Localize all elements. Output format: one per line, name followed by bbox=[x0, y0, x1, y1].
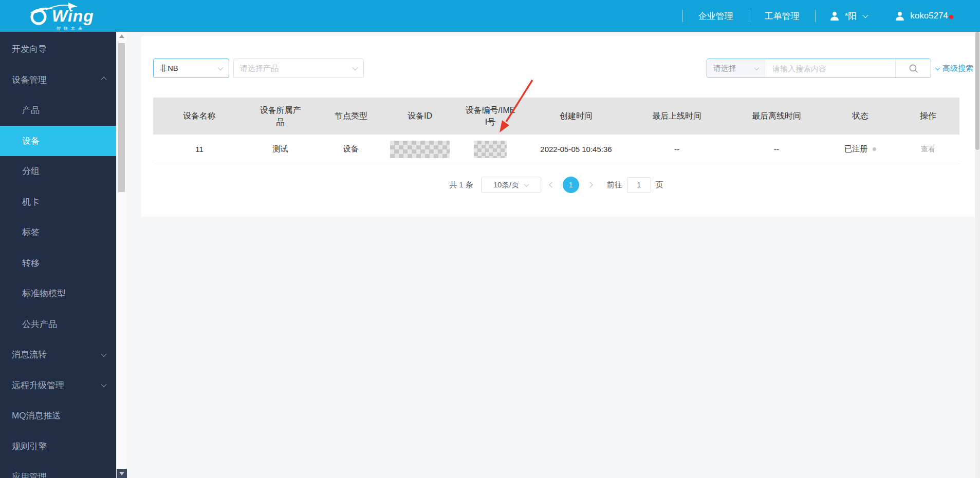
cell-text: -- bbox=[774, 145, 779, 154]
view-link[interactable]: 查看 bbox=[921, 145, 935, 154]
user-icon bbox=[894, 10, 905, 22]
column-header-label: 设备ID bbox=[408, 110, 432, 122]
search-input[interactable] bbox=[765, 59, 895, 78]
search-button[interactable] bbox=[895, 59, 931, 78]
sidebar-item-label: 开发向导 bbox=[12, 43, 47, 55]
advanced-search-toggle[interactable]: 高级搜索 bbox=[936, 64, 973, 73]
sidebar-item-public-product[interactable]: 公共产品 bbox=[0, 309, 116, 340]
goto-page-input[interactable] bbox=[627, 177, 651, 193]
sidebar-item-device-mgmt[interactable]: 设备管理 bbox=[0, 65, 116, 95]
chevron-down-icon bbox=[754, 65, 760, 70]
sidebar-item-tag[interactable]: 标签 bbox=[0, 217, 116, 248]
column-header: 设备名称 bbox=[153, 110, 246, 122]
sidebar-item-app-mgmt[interactable]: 应用管理 bbox=[0, 462, 116, 478]
search-icon bbox=[909, 64, 918, 73]
sidebar-menu: 开发向导设备管理产品设备分组机卡标签转移标准物模型公共产品消息流转远程升级管理M… bbox=[0, 32, 116, 478]
cell-text: 11 bbox=[195, 145, 204, 154]
column-header: 最后上线时间 bbox=[624, 110, 729, 122]
column-header-label: 状态 bbox=[852, 110, 868, 122]
sidebar-item-sim-card[interactable]: 机卡 bbox=[0, 187, 116, 218]
cell-device-name: 11 bbox=[153, 145, 246, 154]
column-header-label: 最后上线时间 bbox=[652, 110, 701, 122]
sidebar-item-label: 远程升级管理 bbox=[12, 379, 64, 391]
nav-enterprise-mgmt[interactable]: 企业管理 bbox=[683, 10, 749, 22]
pagination: 共 1 条 10条/页 1 前往 页 bbox=[153, 177, 959, 193]
sidebar-item-product[interactable]: 产品 bbox=[0, 95, 116, 126]
status-dot-icon bbox=[873, 147, 876, 151]
sidebar-item-label: 设备 bbox=[22, 135, 40, 147]
sidebar-item-label: 公共产品 bbox=[22, 318, 57, 330]
chevron-up-icon bbox=[101, 77, 106, 83]
page-scrollbar[interactable] bbox=[975, 32, 980, 478]
prev-page-button[interactable] bbox=[549, 183, 555, 187]
chevron-left-icon bbox=[549, 182, 554, 187]
sidebar-item-message-flow[interactable]: 消息流转 bbox=[0, 339, 116, 370]
sidebar-item-device[interactable]: 设备 bbox=[0, 126, 116, 157]
current-page-button[interactable]: 1 bbox=[563, 177, 579, 193]
sidebar-item-label: MQ消息推送 bbox=[12, 410, 61, 422]
column-header: 最后离线时间 bbox=[729, 110, 824, 122]
app-logo[interactable]: Wing 智联未来 bbox=[28, 2, 116, 31]
sidebar-item-group[interactable]: 分组 bbox=[0, 156, 116, 187]
sidebar-item-rule-engine[interactable]: 规则引擎 bbox=[0, 431, 116, 462]
product-select[interactable]: 请选择产品 bbox=[233, 59, 364, 78]
sidebar-item-label: 机卡 bbox=[22, 196, 40, 208]
logo-text: Wing bbox=[52, 7, 94, 26]
user-icon bbox=[829, 10, 840, 22]
chevron-down-icon bbox=[863, 12, 868, 18]
nav-workorder-mgmt[interactable]: 工单管理 bbox=[749, 10, 815, 22]
cell-imei bbox=[453, 141, 528, 158]
column-header: 创建时间 bbox=[528, 110, 624, 122]
sidebar-item-standard-model[interactable]: 标准物模型 bbox=[0, 278, 116, 309]
product-select-placeholder: 请选择产品 bbox=[240, 64, 279, 73]
column-header-label: 节点类型 bbox=[335, 110, 367, 122]
scroll-down-arrow-icon[interactable] bbox=[117, 469, 127, 478]
device-type-select[interactable]: 非NB bbox=[153, 59, 229, 78]
column-header-label: 设备编号/IMEI号 bbox=[465, 104, 515, 128]
column-header-label: 设备名称 bbox=[183, 110, 216, 122]
sidebar-scrollbar-thumb[interactable] bbox=[118, 43, 125, 192]
sidebar-scrollbar[interactable] bbox=[116, 32, 126, 478]
cell-text: 2022-05-05 10:45:36 bbox=[540, 145, 612, 154]
sidebar: 开发向导设备管理产品设备分组机卡标签转移标准物模型公共产品消息流转远程升级管理M… bbox=[0, 32, 116, 478]
goto-page-group: 前往 页 bbox=[607, 177, 663, 193]
table-header-row: 设备名称设备所属产品节点类型设备ID设备编号/IMEI号创建时间最后上线时间最后… bbox=[153, 98, 959, 135]
cell-device-id bbox=[387, 141, 453, 158]
sidebar-item-ota-mgmt[interactable]: 远程升级管理 bbox=[0, 370, 116, 401]
user-menu[interactable]: *阳 bbox=[816, 10, 881, 22]
column-header: 设备ID bbox=[387, 110, 453, 122]
sidebar-item-label: 标签 bbox=[22, 226, 40, 238]
sidebar-item-mq-push[interactable]: MQ消息推送 bbox=[0, 400, 116, 431]
next-page-button[interactable] bbox=[587, 183, 593, 187]
search-group: 请选择 bbox=[707, 59, 931, 78]
page-unit-label: 页 bbox=[656, 180, 663, 190]
column-header: 设备所属产品 bbox=[246, 104, 315, 128]
column-header: 操作 bbox=[897, 110, 959, 122]
search-field-select[interactable]: 请选择 bbox=[707, 59, 765, 78]
cell-product: 测试 bbox=[246, 144, 315, 154]
navbar-right: 企业管理 工单管理 *阳 koko5274 bbox=[682, 0, 961, 32]
scroll-up-arrow-icon[interactable] bbox=[119, 34, 124, 38]
sidebar-item-label: 应用管理 bbox=[12, 471, 47, 478]
cell-node-type: 设备 bbox=[315, 144, 387, 154]
total-count: 共 1 条 bbox=[449, 180, 473, 190]
redacted-mosaic bbox=[474, 141, 507, 158]
sidebar-item-label: 产品 bbox=[22, 104, 40, 116]
device-list-panel: 非NB 请选择产品 请选择 高级搜索 设备名 bbox=[141, 36, 975, 217]
account-name: koko5274 bbox=[910, 11, 948, 21]
sidebar-item-transfer[interactable]: 转移 bbox=[0, 248, 116, 279]
cell-action: 查看 bbox=[897, 145, 959, 154]
search-field-placeholder: 请选择 bbox=[713, 64, 736, 73]
page-scrollbar-thumb[interactable] bbox=[975, 32, 979, 150]
notification-dot bbox=[949, 15, 953, 19]
column-header: 设备编号/IMEI号 bbox=[453, 104, 528, 128]
page: Wing 智联未来 企业管理 工单管理 *阳 koko5274 bbox=[0, 0, 980, 478]
sidebar-item-label: 规则引擎 bbox=[12, 441, 47, 452]
device-type-select-value: 非NB bbox=[160, 64, 178, 73]
page-size-select[interactable]: 10条/页 bbox=[481, 177, 541, 193]
goto-label: 前往 bbox=[607, 180, 622, 190]
sidebar-item-label: 设备管理 bbox=[12, 74, 47, 86]
sidebar-item-dev-wizard[interactable]: 开发向导 bbox=[0, 34, 116, 65]
account-menu[interactable]: koko5274 bbox=[881, 10, 961, 22]
page-size-value: 10条/页 bbox=[493, 180, 519, 190]
